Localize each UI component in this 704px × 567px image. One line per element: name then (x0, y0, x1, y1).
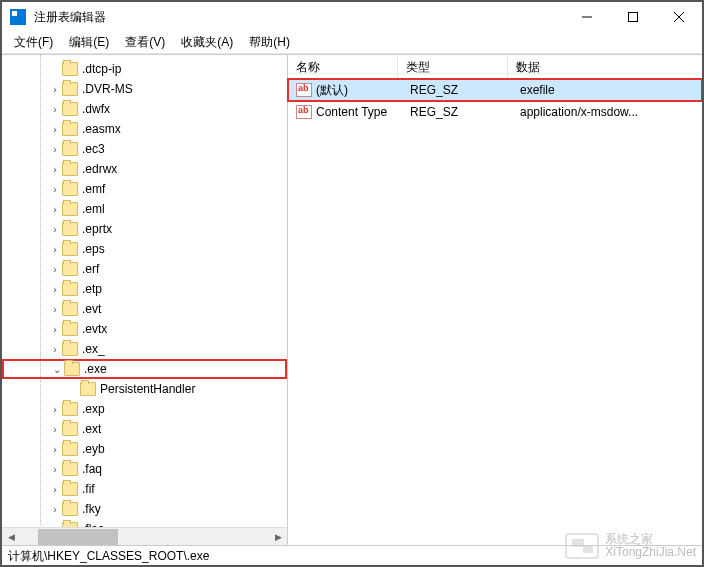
menubar: 文件(F) 编辑(E) 查看(V) 收藏夹(A) 帮助(H) (2, 32, 702, 54)
chevron-right-icon[interactable]: › (48, 84, 62, 95)
scroll-thumb[interactable] (38, 529, 118, 545)
tree-item-label: .ex_ (82, 342, 105, 356)
tree-item[interactable]: ›.exp (2, 399, 287, 419)
chevron-right-icon[interactable]: › (48, 304, 62, 315)
menu-favorites[interactable]: 收藏夹(A) (173, 32, 241, 53)
chevron-right-icon[interactable]: › (48, 484, 62, 495)
string-value-icon (296, 105, 312, 119)
tree-item[interactable]: ›.eps (2, 239, 287, 259)
folder-icon (62, 242, 78, 256)
folder-icon (62, 402, 78, 416)
tree-item-label: PersistentHandler (100, 382, 195, 396)
chevron-right-icon[interactable]: › (48, 464, 62, 475)
tree-item[interactable]: ›.erf (2, 259, 287, 279)
chevron-down-icon[interactable]: ⌄ (50, 364, 64, 375)
cell-name: (默认) (316, 82, 402, 99)
folder-icon (62, 322, 78, 336)
cell-type: REG_SZ (402, 83, 512, 97)
tree-item[interactable]: ›.eprtx (2, 219, 287, 239)
tree-scrollbar-horizontal[interactable]: ◀ ▶ (2, 527, 287, 545)
menu-view[interactable]: 查看(V) (117, 32, 173, 53)
tree-item[interactable]: ›.edrwx (2, 159, 287, 179)
tree-item-label: .exe (84, 362, 107, 376)
folder-icon (62, 202, 78, 216)
tree-item[interactable]: ›.eml (2, 199, 287, 219)
tree-item[interactable]: ›.DVR-MS (2, 79, 287, 99)
folder-icon (62, 302, 78, 316)
tree-item[interactable]: ›.faq (2, 459, 287, 479)
tree-view[interactable]: .dtcp-ip›.DVR-MS›.dwfx›.easmx›.ec3›.edrw… (2, 55, 287, 527)
tree-item[interactable]: ›.evt (2, 299, 287, 319)
minimize-button[interactable] (564, 2, 610, 32)
statusbar: 计算机\HKEY_CLASSES_ROOT\.exe (2, 545, 702, 565)
tree-item[interactable]: ›.ec3 (2, 139, 287, 159)
chevron-right-icon[interactable]: › (48, 244, 62, 255)
tree-item[interactable]: ›.fif (2, 479, 287, 499)
chevron-right-icon[interactable]: › (48, 404, 62, 415)
svg-rect-1 (629, 13, 638, 22)
chevron-right-icon[interactable]: › (48, 444, 62, 455)
tree-item-label: .eml (82, 202, 105, 216)
list-body[interactable]: (默认)REG_SZexefileContent TypeREG_SZappli… (288, 79, 702, 123)
folder-icon (62, 182, 78, 196)
list-header: 名称 类型 数据 (288, 55, 702, 79)
tree-item-label: .ext (82, 422, 101, 436)
menu-help[interactable]: 帮助(H) (241, 32, 298, 53)
menu-edit[interactable]: 编辑(E) (61, 32, 117, 53)
tree-item[interactable]: .dtcp-ip (2, 59, 287, 79)
chevron-right-icon[interactable]: › (48, 264, 62, 275)
folder-icon (62, 442, 78, 456)
chevron-right-icon[interactable]: › (48, 204, 62, 215)
chevron-right-icon[interactable]: › (48, 164, 62, 175)
chevron-right-icon[interactable]: › (48, 184, 62, 195)
folder-icon (62, 462, 78, 476)
tree-item[interactable]: ›.dwfx (2, 99, 287, 119)
tree-item[interactable]: ›.ex_ (2, 339, 287, 359)
scroll-left-icon[interactable]: ◀ (2, 528, 20, 545)
chevron-right-icon[interactable]: › (48, 424, 62, 435)
cell-data: exefile (512, 83, 702, 97)
list-row[interactable]: Content TypeREG_SZapplication/x-msdow... (288, 101, 702, 123)
tree-item-label: .evt (82, 302, 101, 316)
menu-file[interactable]: 文件(F) (6, 32, 61, 53)
tree-item-label: .fky (82, 502, 101, 516)
chevron-right-icon[interactable]: › (48, 324, 62, 335)
folder-icon (62, 282, 78, 296)
chevron-right-icon[interactable]: › (48, 144, 62, 155)
chevron-right-icon[interactable]: › (48, 224, 62, 235)
folder-icon (62, 162, 78, 176)
close-button[interactable] (656, 2, 702, 32)
tree-item[interactable]: ›.emf (2, 179, 287, 199)
tree-item[interactable]: ⌄.exe (2, 359, 287, 379)
folder-icon (62, 222, 78, 236)
cell-type: REG_SZ (402, 105, 512, 119)
tree-item[interactable]: ›.flac (2, 519, 287, 527)
tree-item[interactable]: ›.etp (2, 279, 287, 299)
tree-item-label: .easmx (82, 122, 121, 136)
chevron-right-icon[interactable]: › (48, 104, 62, 115)
column-name[interactable]: 名称 (288, 55, 398, 78)
folder-icon (62, 122, 78, 136)
window-controls (564, 2, 702, 32)
column-type[interactable]: 类型 (398, 55, 508, 78)
tree-item[interactable]: ›.easmx (2, 119, 287, 139)
scroll-right-icon[interactable]: ▶ (269, 528, 287, 545)
folder-icon (62, 82, 78, 96)
tree-item[interactable]: PersistentHandler (2, 379, 287, 399)
chevron-right-icon[interactable]: › (48, 344, 62, 355)
list-row[interactable]: (默认)REG_SZexefile (288, 79, 702, 101)
cell-name: Content Type (316, 105, 402, 119)
tree-item[interactable]: ›.fky (2, 499, 287, 519)
titlebar: 注册表编辑器 (2, 2, 702, 32)
chevron-right-icon[interactable]: › (48, 124, 62, 135)
folder-icon (62, 422, 78, 436)
tree-item[interactable]: ›.ext (2, 419, 287, 439)
column-data[interactable]: 数据 (508, 55, 702, 78)
tree-item[interactable]: ›.evtx (2, 319, 287, 339)
tree-item[interactable]: ›.eyb (2, 439, 287, 459)
maximize-button[interactable] (610, 2, 656, 32)
chevron-right-icon[interactable]: › (48, 284, 62, 295)
tree-item-label: .erf (82, 262, 99, 276)
folder-icon (62, 62, 78, 76)
chevron-right-icon[interactable]: › (48, 504, 62, 515)
